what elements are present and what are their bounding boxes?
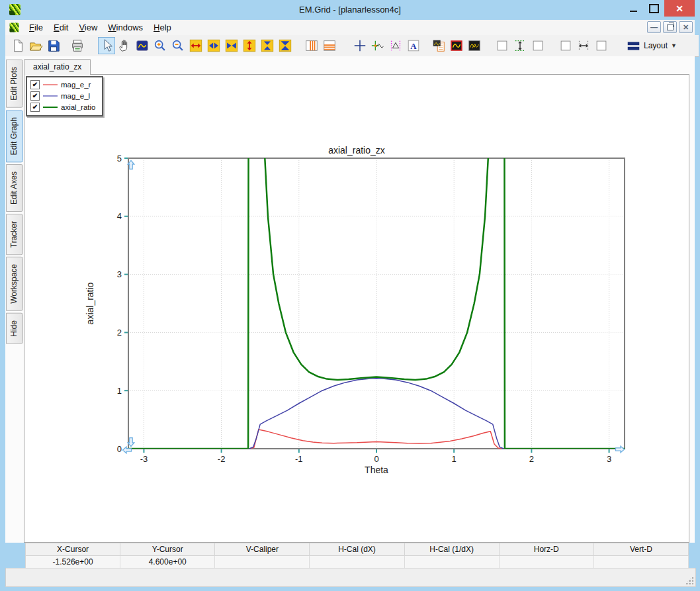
plot-style-multi-button[interactable]	[466, 37, 483, 54]
status-bar	[5, 568, 696, 587]
status-header: X-Cursor	[26, 543, 120, 556]
vertical-markers-button[interactable]	[303, 37, 320, 54]
layout-menu-button[interactable]: Layout▼	[622, 37, 681, 54]
h-caliper-left-checkbox-button[interactable]	[557, 37, 574, 54]
svg-text:1: 1	[117, 386, 122, 396]
maximize-icon	[649, 4, 659, 13]
arrows-x-button[interactable]	[205, 37, 222, 54]
open-file-icon	[28, 38, 43, 53]
arrows-y-icon	[260, 38, 275, 53]
compress-y-button[interactable]	[277, 37, 294, 54]
sidebar-tab-edit-plots[interactable]: Edit Plots	[6, 60, 23, 108]
mdi-close-icon: ✕	[683, 24, 689, 31]
chart-svg[interactable]: -3-2-10123012345axial_ratio_zxThetaaxial…	[24, 75, 689, 542]
svg-text:Theta: Theta	[365, 465, 388, 475]
check-square-icon	[594, 38, 609, 53]
legend-box[interactable]: ✔mag_e_r✔mag_e_l✔axial_ratio	[26, 76, 103, 116]
h-caliper-right-checkbox-button[interactable]	[593, 37, 610, 54]
svg-text:2: 2	[117, 328, 122, 338]
compress-x-button[interactable]	[223, 37, 240, 54]
sidebar-tab-edit-axes[interactable]: Edit Axes	[6, 164, 23, 212]
save-file-button[interactable]	[45, 37, 62, 54]
v-caliper-right-checkbox-button[interactable]	[529, 37, 547, 54]
pan-tool-button[interactable]	[116, 37, 133, 54]
toolbar-separator	[611, 37, 621, 54]
close-button[interactable]: ✕	[664, 0, 695, 17]
h-caliper-button[interactable]	[575, 37, 592, 54]
pan-tool-icon	[117, 38, 132, 53]
compress-y-icon	[278, 38, 292, 53]
zoom-out-button[interactable]	[169, 37, 187, 54]
status-header: Y-Cursor	[120, 543, 215, 556]
check-square-icon	[531, 38, 545, 53]
plot-report-button[interactable]	[430, 37, 447, 54]
zoom-out-icon	[171, 38, 185, 53]
menu-help[interactable]: Help	[148, 21, 177, 34]
svg-text:-1: -1	[295, 454, 303, 464]
menu-file[interactable]: File	[24, 21, 48, 34]
open-file-button[interactable]	[27, 37, 44, 54]
mdi-restore-icon	[667, 24, 674, 30]
v-caliper-left-checkbox-button[interactable]	[494, 37, 511, 54]
compress-x-icon	[224, 38, 239, 53]
status-value: -1.526e+00	[26, 556, 120, 568]
status-value: 4.600e+00	[120, 556, 215, 568]
toolbar-separator	[423, 37, 429, 54]
save-file-icon	[46, 38, 61, 53]
status-header: V-Caliper	[215, 543, 310, 556]
status-value	[500, 556, 594, 568]
status-header: Horz-D	[500, 543, 594, 556]
tracker-cursor-icon	[371, 38, 385, 53]
toolbar-separator	[294, 37, 302, 54]
crosshair-cursor-icon	[353, 38, 367, 53]
v-caliper-button[interactable]	[511, 37, 529, 54]
svg-text:axial_ratio: axial_ratio	[85, 282, 95, 324]
sidebar-tab-workspace[interactable]: Workspace	[6, 257, 23, 311]
status-value	[405, 556, 500, 568]
svg-text:3: 3	[607, 454, 611, 464]
pointer-tool-icon	[99, 38, 114, 53]
menu-edit[interactable]: Edit	[48, 21, 73, 34]
new-file-button[interactable]	[9, 37, 26, 54]
horizontal-markers-button[interactable]	[321, 37, 338, 54]
zoom-window-button[interactable]	[134, 37, 151, 54]
svg-text:1: 1	[452, 454, 457, 464]
zoom-in-button[interactable]	[152, 37, 169, 54]
document-icon	[9, 23, 19, 32]
expand-x-button[interactable]	[187, 37, 204, 54]
mdi-minimize-button[interactable]: —	[647, 21, 661, 33]
legend-label: mag_e_r	[61, 81, 91, 89]
legend-checkbox[interactable]: ✔	[30, 80, 40, 89]
zoom-in-icon	[153, 38, 167, 53]
legend-checkbox[interactable]: ✔	[30, 103, 40, 112]
resize-grip[interactable]	[685, 576, 693, 584]
svg-text:4: 4	[117, 211, 122, 221]
svg-text:0: 0	[374, 454, 378, 464]
text-annotation-button[interactable]: A	[405, 37, 422, 54]
pointer-tool-button[interactable]	[98, 37, 115, 54]
mdi-restore-button[interactable]	[663, 21, 677, 33]
legend-label: mag_e_l	[61, 92, 90, 100]
menu-bar: FileEditViewWindowsHelp — ✕	[5, 20, 695, 36]
check-square-icon	[495, 38, 509, 53]
sidebar-tab-tracker[interactable]: Tracker	[6, 214, 23, 255]
plot-style-dark-button[interactable]	[448, 37, 465, 54]
expand-y-button[interactable]	[241, 37, 258, 54]
print-button[interactable]	[69, 37, 86, 54]
mdi-close-button[interactable]: ✕	[679, 21, 693, 33]
tracker-cursor-button[interactable]	[369, 37, 386, 54]
crosshair-cursor-button[interactable]	[351, 37, 369, 54]
minimize-button[interactable]	[623, 0, 644, 17]
status-value	[594, 556, 689, 568]
legend-checkbox[interactable]: ✔	[30, 91, 40, 101]
maximize-button[interactable]	[644, 0, 664, 17]
sidebar-tab-hide[interactable]: Hide	[6, 313, 23, 344]
client-area: Edit PlotsEdit GraphEdit AxesTrackerWork…	[5, 56, 695, 543]
menu-windows[interactable]: Windows	[103, 21, 148, 34]
document-tab[interactable]: axial_ratio_zx	[24, 59, 91, 75]
check-square-icon	[558, 38, 573, 53]
menu-view[interactable]: View	[73, 21, 103, 34]
arrows-y-button[interactable]	[259, 37, 276, 54]
caliper-cursor-button[interactable]	[387, 37, 404, 54]
sidebar-tab-edit-graph[interactable]: Edit Graph	[6, 110, 23, 162]
